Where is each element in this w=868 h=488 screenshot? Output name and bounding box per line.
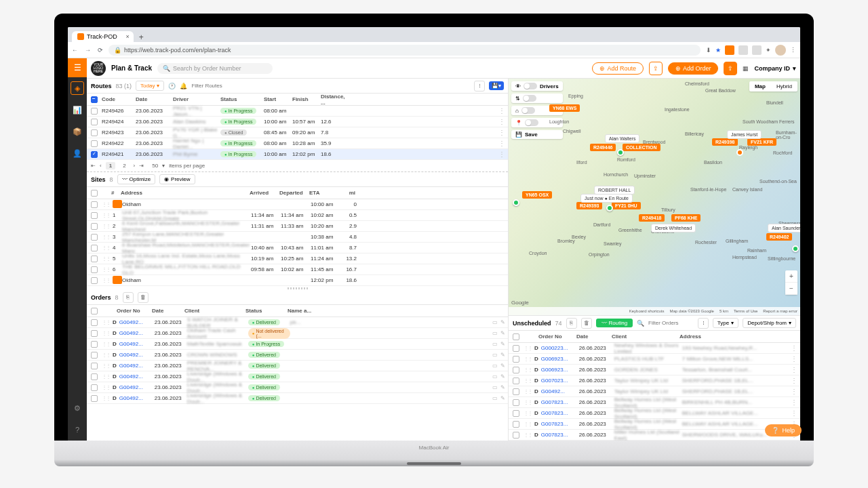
unscheduled-row[interactable]: ⋮⋮ D G007823... 26.06.2023 Miller Homes … xyxy=(509,430,800,441)
map-marker[interactable]: R249402 xyxy=(766,233,792,241)
page-1[interactable]: 1 xyxy=(106,162,115,169)
delete-icon[interactable]: 🗑 xyxy=(138,292,149,303)
map-toggle-route[interactable]: ⇅ xyxy=(511,94,563,103)
menu-toggle[interactable]: ☰ xyxy=(68,58,87,77)
map-tooltip[interactable]: James Hurst xyxy=(727,130,762,139)
map-marker[interactable]: R249393 xyxy=(576,202,602,209)
order-row[interactable]: ⋮⋮ D G00492... 23.06.2023 S WATCH JOINER… xyxy=(87,317,508,328)
filter-orders-input[interactable] xyxy=(648,320,694,326)
address-bar[interactable]: 🔒 https://web.track-pod.com/en/plan-trac… xyxy=(108,45,701,56)
zoom-in-button[interactable]: + xyxy=(785,270,797,283)
drag-handle[interactable]: ⋮⋮ xyxy=(102,384,110,390)
copy-icon[interactable]: ⎘ xyxy=(123,292,134,303)
order-row[interactable]: ⋮⋮ D G00492... 23.06.2023 Oldham Trade C… xyxy=(87,328,508,339)
page-first[interactable]: ⇤ xyxy=(91,163,96,169)
drag-handle[interactable]: ⋮⋮ xyxy=(102,363,110,369)
profile-avatar[interactable] xyxy=(775,45,786,56)
row-checkbox[interactable] xyxy=(91,151,98,158)
row-menu[interactable]: ⋮ xyxy=(791,377,797,384)
drag-handle[interactable]: ⋮⋮ xyxy=(102,212,110,218)
unscheduled-row[interactable]: ⋮⋮ D G006923... 26.06.2023 GORDEN JONES … xyxy=(509,365,800,375)
menu-icon[interactable]: ⋮ xyxy=(790,47,796,54)
drag-handle[interactable]: ⋮⋮ xyxy=(102,256,110,262)
copy-icon[interactable]: ⎘ xyxy=(566,318,577,329)
add-route-button[interactable]: ⊕ Add Route xyxy=(592,62,644,75)
drag-handle[interactable]: ⋮⋮ xyxy=(102,234,110,240)
map-tooltip[interactable]: Alan Walters xyxy=(605,134,639,143)
site-row[interactable]: ⋮⋮ Oldham 12:02 pm 18.6 xyxy=(87,275,508,286)
row-checkbox[interactable] xyxy=(91,108,98,115)
drag-handle[interactable]: ⋮⋮ xyxy=(102,223,110,229)
site-row[interactable]: ⋮⋮ 6 THE BELGRAVE MILL,FITTON HILL ROAD,… xyxy=(87,264,508,275)
type-dropdown[interactable]: Type ▾ xyxy=(713,318,738,328)
route-row[interactable]: R249423 23.06.2023 PV70 YGR | Blake G...… xyxy=(87,127,508,138)
row-menu[interactable]: ⋮ xyxy=(791,366,797,373)
company-dropdown[interactable]: Company ID ▾ xyxy=(754,65,796,72)
row-menu[interactable]: ⋮ xyxy=(498,129,505,136)
map-save-button[interactable]: 💾Save xyxy=(511,130,563,139)
sidebar-item-pod[interactable]: 📦 xyxy=(71,125,84,138)
select-all-checkbox[interactable] xyxy=(91,96,98,103)
map-marker[interactable]: YN65 OSX xyxy=(522,191,552,199)
drag-handle[interactable]: ⋮⋮ xyxy=(102,330,110,336)
map-marker[interactable]: FY21 0HU xyxy=(612,202,641,209)
drag-handle[interactable]: ⋮⋮ xyxy=(102,373,110,380)
extension-icon[interactable] xyxy=(725,45,734,55)
map-marker[interactable]: YN68 EWS xyxy=(549,104,580,112)
map-marker[interactable]: PF68 KHE xyxy=(671,214,701,222)
browser-tab[interactable]: Track-POD × xyxy=(72,31,134,42)
order-row[interactable]: ⋮⋮ D G00492... 23.06.2023 Liversidge (Wi… xyxy=(87,371,508,382)
sidebar-item-plan[interactable]: ◈ xyxy=(71,81,84,95)
star-icon[interactable]: ★ xyxy=(715,47,721,54)
map-tooltip[interactable]: Just now ● En Route xyxy=(580,194,633,203)
row-menu[interactable]: ⋮ xyxy=(498,140,505,147)
bell-icon[interactable]: 🔔 xyxy=(180,83,187,89)
filter-icon[interactable]: ⫶ xyxy=(698,318,709,329)
zoom-out-button[interactable]: − xyxy=(785,283,797,295)
row-menu[interactable]: ⋮ xyxy=(791,344,797,352)
new-tab-button[interactable]: + xyxy=(134,33,149,42)
order-row[interactable]: ⋮⋮ D G00492... 23.06.2023 Liversidge (Wi… xyxy=(87,382,508,393)
drag-handle[interactable]: ⋮⋮ xyxy=(102,395,110,401)
route-row[interactable]: R249422 23.06.2023 Harriet Ngo | Daniel.… xyxy=(87,138,508,149)
select-all-checkbox[interactable] xyxy=(91,190,98,197)
upload-route-button[interactable]: ⇪ xyxy=(649,62,663,75)
row-menu[interactable]: ⋮ xyxy=(791,388,797,395)
unscheduled-row[interactable]: ⋮⋮ D G006923... 26.06.2023 PLASTICS HUB … xyxy=(509,354,800,365)
drag-handle[interactable]: ⋮⋮ xyxy=(102,277,110,283)
map-tooltip[interactable]: Derek Whitehead xyxy=(651,224,696,232)
reload-icon[interactable]: ⟳ xyxy=(98,47,103,54)
drag-handle[interactable]: ⋮⋮ xyxy=(102,266,110,272)
upload-order-button[interactable]: ⇪ xyxy=(724,62,737,75)
puzzle-icon[interactable]: ✦ xyxy=(766,47,771,54)
map-marker[interactable]: R249446 xyxy=(590,144,616,151)
forward-icon[interactable]: → xyxy=(85,47,91,54)
row-checkbox[interactable] xyxy=(91,119,98,125)
row-menu[interactable]: ⋮ xyxy=(498,107,505,115)
unscheduled-row[interactable]: ⋮⋮ D G007023... 26.06.2023 Taylor Wimpey… xyxy=(509,375,800,386)
map-type-switch[interactable]: Map Hybrid xyxy=(749,81,797,92)
row-menu[interactable]: ⋮ xyxy=(498,150,505,158)
route-row[interactable]: R249421 23.06.2023 Phil Byrne In Progres… xyxy=(87,149,508,160)
page-next[interactable]: › xyxy=(134,163,136,169)
order-row[interactable]: ⋮⋮ D G00492... 23.06.2023 Liversidge (Wi… xyxy=(87,393,508,404)
download-icon[interactable]: ⬇ xyxy=(706,47,711,54)
help-button[interactable]: ❔ Help xyxy=(765,424,800,436)
page-2[interactable]: 2 xyxy=(119,162,129,169)
row-checkbox[interactable] xyxy=(91,129,98,136)
extension-icon[interactable] xyxy=(752,45,762,55)
row-menu[interactable]: ⋮ xyxy=(791,399,797,406)
filter-icon[interactable]: ⫶ xyxy=(474,81,485,92)
optimize-button[interactable]: 〰 Optimize xyxy=(117,174,156,184)
route-row[interactable]: R249424 23.06.2023 Alan Dawkins In Progr… xyxy=(87,117,508,127)
page-last[interactable]: ⇥ xyxy=(139,163,144,169)
sidebar-item-users[interactable]: 👤 xyxy=(71,146,84,160)
search-input[interactable]: 🔍 Search by Order Number xyxy=(157,63,273,74)
map-marker[interactable]: R249398 xyxy=(712,138,738,146)
order-row[interactable]: ⋮⋮ D G00492... 23.06.2023 PREMIER JOINER… xyxy=(87,361,508,371)
map[interactable]: 👁Drivers ⇅ ⌂ 📍 💾Save Map Hybrid Chelmsfo… xyxy=(509,79,800,315)
order-row[interactable]: ⋮⋮ D G00492... 23.06.2023 MathTextile Sp… xyxy=(87,339,508,350)
routing-button[interactable]: 〰 Routing xyxy=(596,319,633,327)
row-menu[interactable]: ⋮ xyxy=(791,409,797,417)
filter-routes-input[interactable] xyxy=(191,83,470,89)
